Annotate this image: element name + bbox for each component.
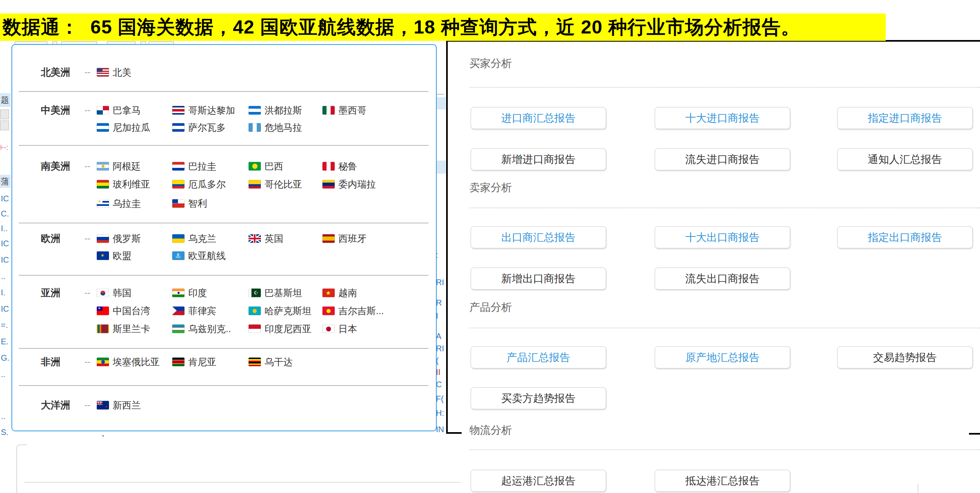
flag-icon	[97, 234, 109, 243]
country-label: 英国	[264, 232, 283, 245]
continent-separator: --	[84, 233, 91, 244]
country-option[interactable]: 韩国	[97, 287, 131, 299]
report-button[interactable]: 十大出口商报告	[655, 226, 790, 248]
background-text-fragment: S.	[1, 428, 9, 437]
flag-icon	[249, 180, 261, 189]
country-option[interactable]: ☀乌拉圭	[97, 197, 141, 210]
country-option[interactable]: 西班牙	[322, 232, 367, 245]
stray-mark: 、	[101, 427, 109, 438]
flag-icon	[322, 162, 335, 171]
report-button[interactable]: 指定出口商报告	[837, 226, 973, 248]
country-option[interactable]: 委内瑞拉	[322, 178, 376, 191]
country-option[interactable]: 巴拿马	[97, 104, 141, 117]
country-option[interactable]: 印度尼西亚	[249, 323, 311, 335]
country-option[interactable]: 哥斯达黎加	[172, 104, 235, 117]
country-option[interactable]: ☀中国台湾	[97, 305, 150, 317]
flag-icon	[322, 234, 335, 243]
flag-disc-icon	[102, 165, 104, 168]
report-button[interactable]: 指定进口商报告	[837, 107, 973, 129]
country-option[interactable]: 尼加拉瓜	[97, 121, 150, 134]
highlight-banner: 数据通： 65 国海关数据，42 国欧亚航线数据，18 种查询方式，近 20 种…	[0, 13, 886, 41]
report-button[interactable]: 抵达港汇总报告	[655, 470, 790, 492]
country-label: 欧盟	[113, 250, 131, 262]
country-option[interactable]: 日本	[322, 323, 357, 335]
country-option[interactable]: 阿根廷	[97, 160, 141, 173]
report-button[interactable]: 出口商汇总报告	[471, 226, 606, 248]
report-button[interactable]: 通知人汇总报告	[837, 148, 973, 170]
country-option[interactable]: ✶欧盟	[97, 250, 131, 262]
country-option[interactable]: 俄罗斯	[97, 232, 141, 245]
background-text-fragment: ..	[1, 272, 5, 281]
report-button[interactable]: 交易趋势报告	[837, 346, 973, 368]
country-option[interactable]: 埃塞俄比亚	[97, 356, 160, 368]
flag-icon	[97, 325, 109, 333]
country-option[interactable]: 乌干达	[249, 356, 293, 368]
flag-icon	[249, 358, 261, 366]
background-row-fragment	[436, 161, 446, 174]
country-option[interactable]: 巴拉圭	[172, 160, 216, 173]
country-option[interactable]: 斯里兰卡	[97, 323, 150, 335]
background-row-text: 蒲	[1, 176, 9, 187]
country-option[interactable]: ⚓欧亚航线	[172, 250, 226, 262]
report-button[interactable]: 新增出口商报告	[471, 268, 606, 290]
flag-icon	[249, 307, 261, 315]
continent-separator: --	[84, 105, 91, 116]
flag-glyph-icon: ⚓	[176, 252, 181, 259]
country-label: 肯尼亚	[188, 356, 216, 368]
country-option[interactable]: ✦新西兰	[97, 399, 141, 412]
flag-icon	[172, 162, 184, 171]
country-option[interactable]: 洪都拉斯	[249, 104, 302, 117]
country-option[interactable]: 哈萨克斯坦	[249, 305, 311, 317]
flag-canton-icon	[172, 199, 178, 203]
country-option[interactable]: 肯尼亚	[172, 356, 216, 368]
country-option[interactable]: 乌兹别克..	[172, 323, 231, 335]
report-button[interactable]: 进口商汇总报告	[471, 107, 606, 129]
country-option[interactable]: 菲律宾	[172, 305, 216, 317]
continent-separator: --	[84, 288, 91, 298]
background-text-fragment: I..	[1, 224, 8, 233]
country-label: 印度	[188, 287, 207, 299]
country-option[interactable]: 墨西哥	[322, 104, 367, 117]
country-option[interactable]: 北美	[97, 66, 131, 79]
report-button[interactable]: 买卖方趋势报告	[471, 387, 606, 409]
country-option[interactable]: ☪巴基斯坦	[249, 287, 302, 299]
background-text-fragment: IC	[1, 255, 9, 265]
flag-glyph-icon: ☪	[254, 290, 258, 295]
country-option[interactable]: 萨尔瓦多	[172, 121, 226, 134]
background-text-fragment: A	[436, 332, 441, 341]
report-button[interactable]: 起运港汇总报告	[471, 470, 606, 492]
report-button[interactable]: 产品汇总报告	[471, 346, 606, 368]
flag-icon	[97, 162, 109, 171]
report-button[interactable]: 十大进口商报告	[655, 107, 790, 129]
country-option[interactable]: 危地马拉	[249, 121, 302, 134]
background-text-fragment: —	[436, 89, 444, 98]
country-option[interactable]: 哥伦比亚	[249, 178, 302, 191]
country-option[interactable]: 巴西	[249, 160, 283, 173]
report-button[interactable]: 流失进口商报告	[655, 148, 790, 170]
flag-icon	[97, 123, 109, 132]
flag-icon	[172, 180, 184, 189]
background-text-fragment: ..	[1, 370, 5, 379]
flag-icon	[249, 325, 261, 333]
country-option[interactable]: 智利	[172, 197, 207, 210]
country-option[interactable]: 秘鲁	[322, 160, 357, 173]
country-option[interactable]: 厄瓜多尔	[172, 178, 226, 191]
country-option[interactable]: ★越南	[322, 287, 357, 299]
flag-icon: ★	[322, 289, 335, 297]
report-button[interactable]: 流失出口商报告	[655, 268, 790, 290]
section-label: 卖家分析	[469, 181, 512, 195]
background-text-fragment: R	[436, 298, 442, 308]
country-option[interactable]: 英国	[249, 232, 283, 245]
flag-disc-icon	[101, 360, 105, 364]
popup-divider	[19, 145, 429, 146]
country-label: 智利	[188, 197, 207, 210]
country-option[interactable]: 吉尔吉斯...	[322, 305, 384, 317]
report-button[interactable]: 新增进口商报告	[471, 148, 606, 170]
annotation-box-bottom-right	[969, 433, 980, 435]
background-text-fragment: E.	[1, 337, 9, 346]
country-option[interactable]: 玻利维亚	[97, 178, 150, 191]
flag-disc-icon	[252, 164, 258, 169]
report-button[interactable]: 原产地汇总报告	[655, 346, 790, 368]
country-option[interactable]: 乌克兰	[172, 232, 216, 245]
country-option[interactable]: 印度	[172, 287, 207, 299]
